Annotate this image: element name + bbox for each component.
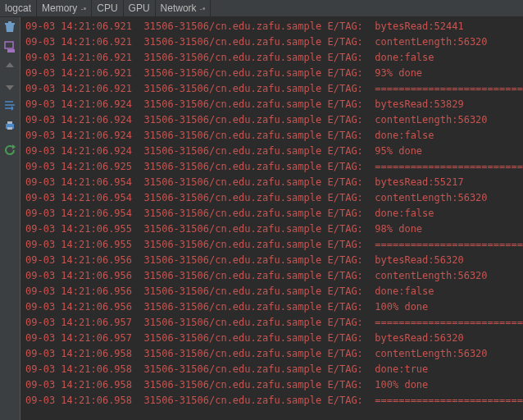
- log-tag: E/TAG:: [327, 317, 362, 328]
- log-pid: 31506-31506/cn.edu.zafu.sample: [144, 192, 322, 203]
- log-tag: E/TAG:: [327, 83, 362, 94]
- log-msg: bytesRead:52441: [375, 21, 463, 32]
- log-msg: ===================================: [375, 83, 523, 94]
- log-msg: 93% done: [375, 67, 422, 79]
- log-ts: 09-03 14:21:06.957: [25, 317, 132, 328]
- log-msg: done:false: [375, 130, 434, 141]
- log-ts: 09-03 14:21:06.924: [25, 98, 132, 110]
- log-msg: ===================================: [375, 161, 523, 172]
- log-msg: done:false: [375, 285, 434, 297]
- log-msg: contentLength:56320: [375, 348, 487, 359]
- log-line: 09-03 14:21:06.957 31506-31506/cn.edu.za…: [25, 331, 518, 346]
- log-line: 09-03 14:21:06.954 31506-31506/cn.edu.za…: [25, 206, 518, 221]
- log-msg: bytesRead:53829: [375, 98, 463, 110]
- log-ts: 09-03 14:21:06.956: [25, 301, 132, 313]
- log-ts: 09-03 14:21:06.954: [25, 208, 132, 219]
- main-area: 09-03 14:21:06.921 31506-31506/cn.edu.za…: [0, 17, 523, 420]
- log-tag: E/TAG:: [327, 348, 362, 359]
- log-ts: 09-03 14:21:06.956: [25, 270, 132, 281]
- log-msg: bytesRead:55217: [375, 176, 463, 188]
- log-tag: E/TAG:: [327, 161, 362, 172]
- pin-icon: -•: [200, 4, 206, 13]
- tab-logcat[interactable]: logcat: [0, 0, 37, 16]
- log-tag: E/TAG:: [327, 239, 362, 250]
- tab-gpu[interactable]: GPU: [124, 0, 156, 16]
- log-line: 09-03 14:21:06.921 31506-31506/cn.edu.za…: [25, 19, 518, 34]
- log-tag: E/TAG:: [327, 395, 362, 406]
- log-line: 09-03 14:21:06.958 31506-31506/cn.edu.za…: [25, 377, 518, 393]
- tab-network[interactable]: Network -•: [156, 0, 211, 16]
- log-pid: 31506-31506/cn.edu.zafu.sample: [144, 239, 322, 250]
- log-ts: 09-03 14:21:06.956: [25, 254, 132, 266]
- log-line: 09-03 14:21:06.925 31506-31506/cn.edu.za…: [25, 159, 518, 175]
- log-tag: E/TAG:: [327, 332, 362, 344]
- log-line: 09-03 14:21:06.958 31506-31506/cn.edu.za…: [25, 362, 518, 377]
- up-arrow-icon[interactable]: [3, 60, 16, 73]
- log-ts: 09-03 14:21:06.921: [25, 36, 132, 48]
- tab-label: Network: [161, 2, 197, 14]
- log-tag: E/TAG:: [327, 379, 362, 390]
- log-msg: contentLength:56320: [375, 192, 487, 203]
- tab-label: logcat: [5, 2, 31, 14]
- log-pid: 31506-31506/cn.edu.zafu.sample: [144, 145, 322, 157]
- log-ts: 09-03 14:21:06.924: [25, 130, 132, 141]
- log-ts: 09-03 14:21:06.921: [25, 52, 132, 63]
- log-line: 09-03 14:21:06.956 31506-31506/cn.edu.za…: [25, 268, 518, 284]
- log-tag: E/TAG:: [327, 98, 362, 110]
- log-pid: 31506-31506/cn.edu.zafu.sample: [144, 176, 322, 188]
- log-pid: 31506-31506/cn.edu.zafu.sample: [144, 67, 322, 79]
- wrap-icon[interactable]: [3, 99, 16, 112]
- log-msg: 100% done: [375, 301, 428, 313]
- log-tag: E/TAG:: [327, 301, 362, 313]
- log-tag: E/TAG:: [327, 36, 362, 48]
- log-pid: 31506-31506/cn.edu.zafu.sample: [144, 363, 322, 375]
- log-msg: ===================================: [375, 317, 523, 328]
- log-ts: 09-03 14:21:06.958: [25, 395, 132, 406]
- log-tag: E/TAG:: [327, 114, 362, 126]
- log-pid: 31506-31506/cn.edu.zafu.sample: [144, 130, 322, 141]
- log-line: 09-03 14:21:06.956 31506-31506/cn.edu.za…: [25, 299, 518, 315]
- log-line: 09-03 14:21:06.958 31506-31506/cn.edu.za…: [25, 393, 518, 409]
- svg-rect-9: [7, 121, 12, 124]
- log-msg: 95% done: [375, 145, 422, 157]
- restart-icon[interactable]: [3, 144, 16, 157]
- log-ts: 09-03 14:21:06.954: [25, 192, 132, 203]
- log-pid: 31506-31506/cn.edu.zafu.sample: [144, 332, 322, 344]
- log-ts: 09-03 14:21:06.921: [25, 21, 132, 32]
- log-tag: E/TAG:: [327, 254, 362, 266]
- log-ts: 09-03 14:21:06.957: [25, 332, 132, 344]
- log-tag: E/TAG:: [327, 285, 362, 297]
- log-line: 09-03 14:21:06.924 31506-31506/cn.edu.za…: [25, 128, 518, 144]
- tab-cpu[interactable]: CPU: [92, 0, 123, 16]
- log-line: 09-03 14:21:06.921 31506-31506/cn.edu.za…: [25, 66, 518, 81]
- log-pid: 31506-31506/cn.edu.zafu.sample: [144, 348, 322, 359]
- log-pid: 31506-31506/cn.edu.zafu.sample: [144, 379, 322, 390]
- log-pid: 31506-31506/cn.edu.zafu.sample: [144, 161, 322, 172]
- scroll-end-icon[interactable]: [3, 40, 16, 53]
- log-ts: 09-03 14:21:06.958: [25, 379, 132, 390]
- tab-label: GPU: [129, 2, 150, 14]
- log-tag: E/TAG:: [327, 130, 362, 141]
- log-pid: 31506-31506/cn.edu.zafu.sample: [144, 52, 322, 63]
- down-arrow-icon[interactable]: [3, 80, 16, 93]
- svg-rect-7: [7, 49, 15, 52]
- log-line: 09-03 14:21:06.924 31506-31506/cn.edu.za…: [25, 97, 518, 112]
- log-msg: contentLength:56320: [375, 270, 487, 281]
- tab-bar: logcat Memory -• CPU GPU Network -•: [0, 0, 523, 17]
- log-tag: E/TAG:: [327, 192, 362, 203]
- log-line: 09-03 14:21:06.955 31506-31506/cn.edu.za…: [25, 237, 518, 253]
- log-tag: E/TAG:: [327, 145, 362, 157]
- log-pid: 31506-31506/cn.edu.zafu.sample: [144, 223, 322, 235]
- trash-icon[interactable]: [3, 21, 16, 34]
- log-line: 09-03 14:21:06.924 31506-31506/cn.edu.za…: [25, 112, 518, 128]
- log-msg: ===================================: [375, 395, 523, 406]
- log-msg: ===================================: [375, 239, 523, 250]
- log-msg: 98% done: [375, 223, 422, 235]
- log-pid: 31506-31506/cn.edu.zafu.sample: [144, 317, 322, 328]
- log-tag: E/TAG:: [327, 270, 362, 281]
- print-icon[interactable]: [3, 119, 16, 132]
- log-tag: E/TAG:: [327, 208, 362, 219]
- log-output[interactable]: 09-03 14:21:06.921 31506-31506/cn.edu.za…: [20, 17, 523, 420]
- log-pid: 31506-31506/cn.edu.zafu.sample: [144, 254, 322, 266]
- tab-memory[interactable]: Memory -•: [37, 0, 92, 16]
